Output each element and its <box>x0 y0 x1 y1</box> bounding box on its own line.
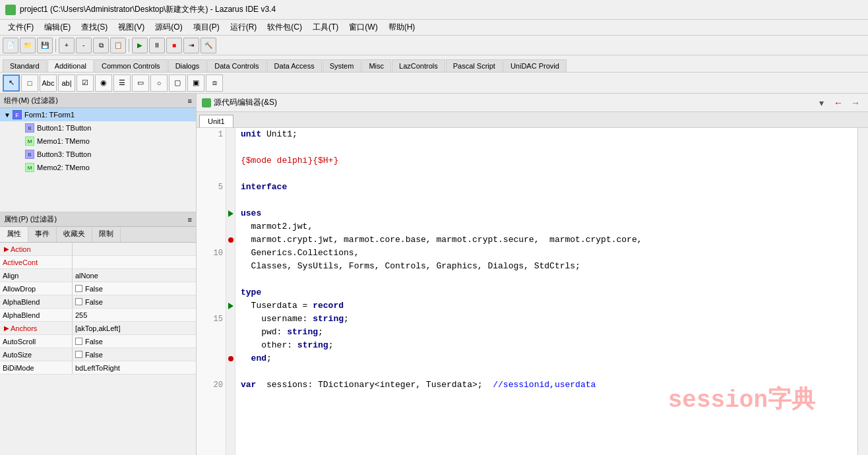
comp-icon-7[interactable]: ▭ <box>132 75 149 92</box>
component-filter-icon[interactable]: ≡ <box>188 97 192 105</box>
build-btn[interactable]: 🔨 <box>201 38 216 53</box>
nav-back-btn[interactable]: ← <box>831 96 846 110</box>
paste-btn[interactable]: 📋 <box>110 38 126 53</box>
props-row[interactable]: AutoSizeFalse <box>0 348 196 361</box>
tree-item-memo1[interactable]: MMemo1: TMemo <box>0 135 196 148</box>
comp-tab-standard[interactable]: Standard <box>3 59 47 72</box>
menu-item-project[interactable]: 项目(P) <box>188 20 225 34</box>
menu-item-search[interactable]: 查找(S) <box>76 20 113 34</box>
scrollbar[interactable] <box>857 128 868 455</box>
comp-icon-10[interactable]: ▣ <box>187 75 204 92</box>
editor-tab-unit1[interactable]: Unit1 <box>199 115 233 127</box>
props-tab-events[interactable]: 事件 <box>28 227 57 242</box>
comp-tab-pascal_script[interactable]: Pascal Script <box>446 59 503 72</box>
comp-icon-6[interactable]: ☰ <box>113 75 131 92</box>
props-row[interactable]: ▶ Action <box>0 243 196 256</box>
props-tab-restrictions[interactable]: 限制 <box>92 227 121 242</box>
add-btn[interactable]: + <box>59 38 75 53</box>
comp-tab-common_controls[interactable]: Common Controls <box>94 59 168 72</box>
prop-checkbox-7[interactable] <box>75 338 82 345</box>
prop-value-4[interactable]: False <box>73 298 196 306</box>
comp-icon-5[interactable]: ◉ <box>95 75 112 92</box>
menu-item-tools[interactable]: 工具(T) <box>307 20 344 34</box>
comp-tab-additional[interactable]: Additional <box>47 59 94 72</box>
comp-icon-1[interactable]: □ <box>21 75 38 92</box>
prop-name-6: ▶ Anchors <box>0 322 73 334</box>
props-row[interactable]: AllowDropFalse <box>0 282 196 295</box>
comp-tab-misc[interactable]: Misc <box>361 59 391 72</box>
step-btn[interactable]: ⇥ <box>183 38 199 53</box>
props-row[interactable]: ActiveCont <box>0 256 196 269</box>
code-line: var sessions: TDictionary<integer, Tuser… <box>241 379 852 392</box>
code-line <box>241 273 852 286</box>
tree-item-button1[interactable]: BButton1: TButton <box>0 121 196 135</box>
menu-item-edit[interactable]: 编辑(E) <box>39 20 76 34</box>
props-filter-icon[interactable]: ≡ <box>188 216 192 224</box>
props-row[interactable]: AlignalNone <box>0 269 196 282</box>
gutter-cell <box>226 352 235 365</box>
prop-value-5[interactable]: 255 <box>73 311 196 319</box>
menu-item-help[interactable]: 帮助(H) <box>383 20 421 34</box>
prop-checkbox-8[interactable] <box>75 351 82 358</box>
props-row[interactable]: AlphaBlendFalse <box>0 295 196 309</box>
prop-value-9[interactable]: bdLeftToRight <box>73 364 196 372</box>
tree-item-button3[interactable]: BButton3: TButton <box>0 148 196 161</box>
comp-icon-2[interactable]: Abc <box>40 75 57 92</box>
props-tab-props[interactable]: 属性 <box>0 227 28 242</box>
comp-icon-4[interactable]: ☑ <box>77 75 94 92</box>
menu-item-run[interactable]: 运行(R) <box>225 20 263 34</box>
editor-area: 源代码编辑器(&S) ▾ ← → Unit1 15101520 unit Uni… <box>197 94 868 455</box>
stop-btn[interactable]: ■ <box>166 38 182 53</box>
code-line: Classes, SysUtils, Forms, Controls, Grap… <box>241 260 852 273</box>
code-line: interface <box>241 181 852 194</box>
comp-tab-unidac[interactable]: UniDAC Provid <box>503 59 567 72</box>
pause-btn[interactable]: ⏸ <box>149 38 165 53</box>
props-tab-favorites[interactable]: 收藏夹 <box>57 227 92 242</box>
props-row[interactable]: AutoScrollFalse <box>0 335 196 348</box>
run-btn[interactable]: ▶ <box>132 38 148 53</box>
prop-value-2[interactable]: alNone <box>73 272 196 280</box>
prop-value-8[interactable]: False <box>73 351 196 359</box>
menu-item-file[interactable]: 文件(F) <box>3 20 39 34</box>
menu-item-window[interactable]: 窗口(W) <box>344 20 383 34</box>
comp-tab-system[interactable]: System <box>323 59 361 72</box>
nav-forward-btn[interactable]: → <box>848 96 863 110</box>
save-btn[interactable]: 💾 <box>37 38 53 53</box>
code-content[interactable]: unit Unit1; {$mode delphi}{$H+} interfac… <box>235 128 857 455</box>
props-row[interactable]: AlphaBlend255 <box>0 309 196 322</box>
comp-icon-0[interactable]: ↖ <box>3 75 20 92</box>
tree-item-memo2[interactable]: MMemo2: TMemo <box>0 161 196 174</box>
comp-tab-data_access[interactable]: Data Access <box>267 59 322 72</box>
prop-checkbox-3[interactable] <box>75 285 82 292</box>
nav-down-btn[interactable]: ▾ <box>814 96 828 110</box>
prop-value-3[interactable]: False <box>73 285 196 293</box>
prop-checkbox-4[interactable] <box>75 298 82 305</box>
remove-btn[interactable]: - <box>76 38 92 53</box>
editor-header: 源代码编辑器(&S) ▾ ← → <box>197 94 868 112</box>
menu-item-package[interactable]: 软件包(C) <box>262 20 307 34</box>
props-row[interactable]: BiDiModebdLeftToRight <box>0 361 196 375</box>
gutter-cell <box>226 194 235 207</box>
comp-tab-data_controls[interactable]: Data Controls <box>207 59 266 72</box>
comp-icon-9[interactable]: ▢ <box>169 75 186 92</box>
left-panel: 组件(M) (过滤器) ≡ ▼FForm1: TForm1BButton1: T… <box>0 94 197 455</box>
comp-tab-dialogs[interactable]: Dialogs <box>168 59 207 72</box>
props-row[interactable]: ▶ Anchors[akTop,akLeft] <box>0 322 196 335</box>
tree-item-form1[interactable]: ▼FForm1: TForm1 <box>0 108 196 121</box>
code-line: uses <box>241 207 852 220</box>
comp-icon-3[interactable]: ab| <box>58 75 75 92</box>
menu-item-view[interactable]: 视图(V) <box>113 20 150 34</box>
open-btn[interactable]: 📁 <box>20 38 36 53</box>
prop-value-7[interactable]: False <box>73 338 196 346</box>
prop-value-6[interactable]: [akTop,akLeft] <box>73 324 196 332</box>
line-number <box>199 154 223 167</box>
menu-item-source[interactable]: 源码(O) <box>150 20 187 34</box>
comp-tab-lazcontrols[interactable]: LazControls <box>392 59 445 72</box>
comp-icon-8[interactable]: ○ <box>150 75 168 92</box>
main-layout: 组件(M) (过滤器) ≡ ▼FForm1: TForm1BButton1: T… <box>0 94 868 455</box>
copy-btn[interactable]: ⧉ <box>93 38 109 53</box>
new-btn[interactable]: 📄 <box>3 38 18 53</box>
comp-icon-11[interactable]: ⧈ <box>206 75 223 92</box>
tree-icon-memo1: M <box>25 136 34 146</box>
code-editor[interactable]: 15101520 unit Unit1; {$mode delphi}{$H+}… <box>197 128 868 455</box>
